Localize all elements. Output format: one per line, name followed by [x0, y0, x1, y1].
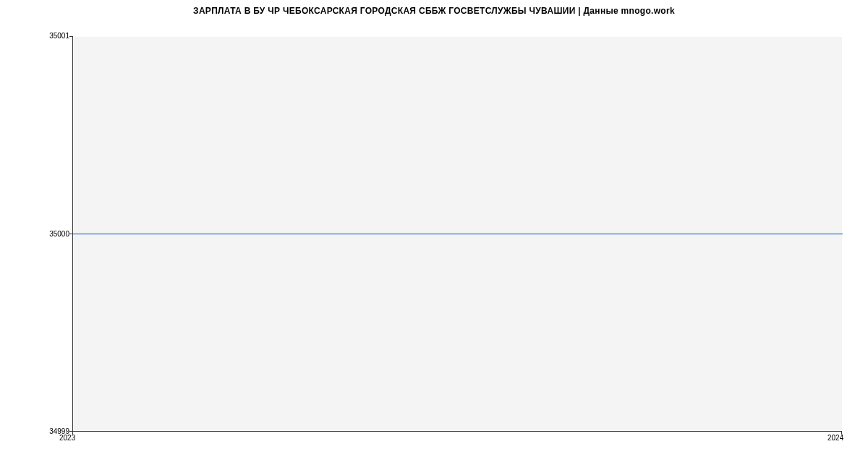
plot-area [72, 36, 842, 432]
x-tick-label: 2024 [827, 434, 843, 442]
chart-title: ЗАРПЛАТА В БУ ЧР ЧЕБОКСАРСКАЯ ГОРОДСКАЯ … [0, 6, 868, 16]
x-tick-label: 2023 [59, 434, 75, 442]
chart-line [73, 36, 843, 432]
y-tick-mark [69, 234, 72, 234]
y-tick-label: 35001 [33, 32, 69, 40]
y-tick-label: 35000 [33, 230, 69, 238]
y-tick-mark [69, 36, 72, 37]
